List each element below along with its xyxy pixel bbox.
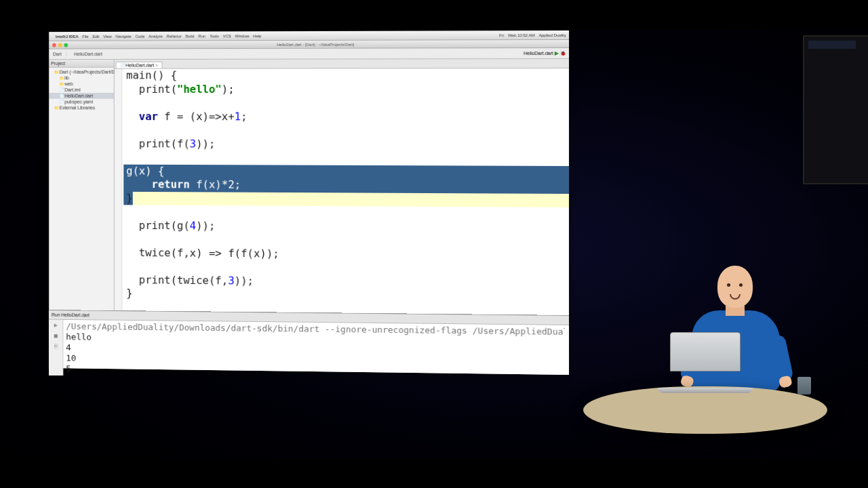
stop-icon[interactable]: ■ (49, 330, 62, 341)
menu-analyze[interactable]: Analyze (149, 34, 163, 38)
menu-code[interactable]: Code (135, 34, 144, 38)
rerun-icon[interactable]: ▶ (49, 320, 62, 331)
breadcrumb-file[interactable]: HelloDart.dart (73, 52, 104, 56)
code-editor[interactable]: main() { print("hello"); var f = (x)=>x+… (115, 68, 569, 315)
menu-vcs[interactable]: VCS (223, 34, 231, 38)
project-root[interactable]: Dart (~/IdeaProjects/Dart/Dart) (49, 69, 114, 75)
project-item-dart-iml[interactable]: Dart.iml (49, 87, 114, 93)
code-line[interactable]: g(x) { (123, 164, 569, 180)
folder-icon (60, 81, 65, 86)
code-line[interactable] (123, 150, 569, 165)
tab-hellodart[interactable]: HelloDart.dart × (116, 62, 163, 68)
close-tab-icon[interactable]: × (155, 63, 158, 68)
pin-icon[interactable]: ⎘ (49, 341, 62, 352)
menu-window[interactable]: Window (235, 34, 250, 38)
code-line[interactable] (123, 123, 569, 138)
menu-help[interactable]: Help (253, 34, 261, 38)
code-line[interactable]: var f = (x)=>x+1; (123, 110, 569, 124)
code-line[interactable]: print("hello"); (123, 83, 569, 96)
menu-refactor[interactable]: Refactor (167, 34, 182, 38)
project-panel-title: Project (51, 61, 65, 66)
menubar-user: Applied Duality (539, 33, 566, 37)
folder-icon (54, 105, 60, 110)
menu-edit[interactable]: Edit (93, 34, 100, 38)
editor-gutter[interactable] (115, 69, 123, 310)
desk (583, 386, 827, 434)
presenter-area (583, 258, 827, 434)
project-item-pubspec-yaml[interactable]: pubspec.yaml (49, 99, 114, 105)
code-line[interactable]: return f(x)*2; (123, 178, 569, 193)
menu-tools[interactable]: Tools (210, 34, 219, 38)
project-panel-header[interactable]: Project (49, 60, 114, 68)
app-name[interactable]: IntelliJ IDEA (56, 34, 79, 38)
navigation-bar[interactable]: Dart 〉 HelloDart.dart HelloDart.dart ▶ 🐞 (49, 48, 569, 60)
apple-logo-icon (698, 347, 708, 358)
menubar-day: Fri (499, 33, 504, 37)
dart-file-icon (120, 63, 125, 68)
project-tool-window[interactable]: Project Dart (~/IdeaProjects/Dart/Dart) … (49, 60, 114, 310)
code-line[interactable]: main() { (123, 68, 569, 83)
project-item-web[interactable]: web (49, 81, 114, 87)
code-line[interactable]: print(f(3)); (123, 137, 569, 152)
run-config-selector[interactable]: HelloDart.dart (524, 51, 553, 56)
menu-view[interactable]: View (103, 34, 111, 38)
intellij-window[interactable]: IntelliJ IDEA File Edit View Navigate Co… (48, 30, 570, 375)
menu-run[interactable]: Run (198, 34, 205, 38)
laptop (658, 332, 753, 393)
water-glass (797, 377, 811, 394)
minimize-icon[interactable] (58, 43, 62, 47)
breadcrumb-root[interactable]: Dart (52, 52, 63, 56)
project-item-lib[interactable]: lib (49, 75, 114, 81)
menubar-time: Web 10:52 AM (508, 33, 534, 37)
chevron-right-icon: 〉 (66, 51, 71, 58)
close-icon[interactable] (52, 43, 56, 47)
debug-icon[interactable]: 🐞 (560, 51, 566, 56)
folder-icon (54, 70, 60, 75)
window-controls[interactable] (49, 43, 68, 47)
window-title: HelloDart.dart - [Dart] - ~/IdeaProjects… (68, 42, 569, 47)
menu-build[interactable]: Build (186, 34, 195, 38)
menu-navigate[interactable]: Navigate (116, 34, 132, 38)
file-icon (60, 100, 65, 104)
side-monitor (803, 35, 868, 184)
folder-icon (60, 76, 65, 81)
file-icon (60, 87, 65, 92)
file-icon (60, 94, 65, 98)
run-icon[interactable]: ▶ (555, 50, 559, 56)
menu-file[interactable]: File (82, 34, 88, 38)
run-gutter[interactable]: ▶ ■ ⎘ (49, 320, 63, 375)
editor-pane[interactable]: HelloDart.dart × main() { print("hello")… (115, 59, 569, 315)
project-item-external-libraries[interactable]: External Libraries (49, 104, 114, 110)
editor-tabs[interactable]: HelloDart.dart × (115, 59, 569, 69)
code-line[interactable] (123, 96, 569, 110)
run-panel-title: Run HelloDart.dart (52, 310, 90, 321)
run-tool-window[interactable]: Run HelloDart.dart ▶ ■ ⎘ /Users/AppliedD… (49, 310, 569, 375)
project-item-hellodart-dart[interactable]: HelloDart.dart (49, 93, 114, 99)
ide-projection: IntelliJ IDEA File Edit View Navigate Co… (41, 30, 570, 375)
